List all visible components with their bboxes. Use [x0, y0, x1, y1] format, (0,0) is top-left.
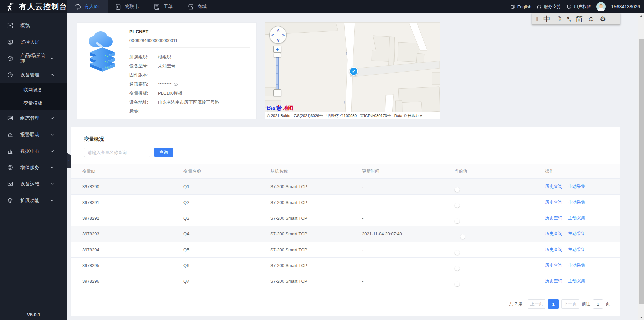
topbar-item-label: 用户权限 [574, 4, 591, 10]
map-pan-control[interactable]: ∧ ∨ < > [269, 26, 287, 44]
active-collect-link[interactable]: 主动采集 [568, 231, 585, 237]
globe-icon [510, 4, 515, 9]
cell-updated-time: - [362, 184, 454, 189]
ime-punctuation-mode-icon[interactable]: °, [567, 16, 571, 22]
alarm-icon [7, 132, 13, 138]
sidebar-item-ops[interactable]: 设备运维 [0, 176, 67, 192]
pan-left-icon[interactable]: < [271, 33, 274, 38]
sidebar-item-layers[interactable]: 扩展功能 [0, 192, 67, 209]
active-collect-link[interactable]: 主动采集 [568, 215, 585, 221]
page-scrollbar[interactable] [638, 13, 644, 320]
sidebar-menu: 概览监控大屏产品/场景管理设备管理联网设备变量模板组态管理报警联动数据中心增值服… [0, 13, 67, 209]
ime-chinese-mode-icon[interactable]: 中 [543, 15, 550, 22]
cloud-icon [74, 4, 81, 10]
chevron-down-icon [49, 115, 55, 121]
sidebar-subitem[interactable]: 联网设备 [0, 83, 67, 97]
pan-down-icon[interactable]: ∨ [277, 38, 280, 43]
scrollbar-up-arrow-icon[interactable] [638, 13, 644, 19]
column-header: 从机名称 [270, 168, 362, 174]
top-tab-sim[interactable]: 物联卡 [108, 0, 146, 13]
main-content: PLCNET 00092846000000000011 所属组织:根组织设备型号… [67, 13, 638, 320]
cell-slave-name: S7-200 Smart TCP [270, 184, 362, 189]
user-phone-number[interactable]: 15634138026 [611, 4, 640, 9]
column-header: 操作 [545, 168, 610, 174]
top-tabs: 有人IoT物联卡工单商城 [67, 0, 214, 13]
page-number-button[interactable]: 1 [548, 299, 559, 309]
active-collect-link[interactable]: 主动采集 [568, 183, 585, 190]
cell-actions: 历史查询主动采集 [545, 278, 610, 284]
table-row: 3978293Q4S7-200 Smart TCP2021-11-04 20:0… [71, 226, 620, 242]
sidebar-item-pie[interactable]: 设备管理 [0, 67, 67, 83]
cell-variable-id: 3978292 [82, 216, 183, 221]
cell-variable-name: Q1 [183, 184, 270, 189]
sidebar-item-alarm[interactable]: 报警联动 [0, 126, 67, 143]
road-arrow-up: ↑ [345, 51, 348, 56]
topbar-item-globe[interactable]: English [510, 4, 532, 9]
road-arrow-down: ↓ [343, 99, 346, 104]
history-query-link[interactable]: 历史查询 [545, 183, 562, 190]
top-tab-cloud[interactable]: 有人IoT [67, 0, 108, 13]
prev-page-button[interactable]: 上一页 [528, 299, 545, 309]
top-tab-mall[interactable]: 商城 [180, 0, 214, 13]
map-panel[interactable]: ↑ ↓ ∧ ∨ < > + − − ✓ Bai du 地图 © 2021 B [265, 22, 440, 119]
cell-variable-name: Q7 [183, 279, 270, 284]
scrollbar-thumb[interactable] [639, 39, 644, 304]
cell-variable-name: Q5 [183, 247, 270, 252]
chevron-down-icon [49, 148, 55, 154]
device-fields: 所属组织:根组织设备型号:未知型号固件版本:通讯密码:********变量模板:… [129, 52, 250, 116]
cell-variable-name: Q6 [183, 263, 270, 268]
sidebar-item-service[interactable]: 增值服务 [0, 159, 67, 176]
password-visibility-icon[interactable] [173, 82, 178, 87]
map-zoom-handle[interactable]: − [274, 53, 281, 57]
variables-card: 变量概况 查询 变量ID变量名称从机名称更新时间当前值操作3978290Q1S7… [71, 127, 620, 316]
cell-slave-name: S7-200 Smart TCP [270, 200, 362, 205]
sidebar-item-screen[interactable]: 监控大屏 [0, 34, 67, 50]
sidebar-item-overview[interactable]: 概览 [0, 17, 67, 34]
divider [129, 47, 250, 48]
map-zoom-out-button[interactable]: − [273, 89, 281, 96]
cell-variable-name: Q3 [183, 216, 270, 221]
screen-icon [7, 39, 13, 45]
ime-moon-mode-icon[interactable]: ☽ [555, 15, 562, 22]
device-field-value: 山东省济南市历下区茂岭三号路 [158, 99, 219, 105]
sidebar: 概览监控大屏产品/场景管理设备管理联网设备变量模板组态管理报警联动数据中心增值服… [0, 13, 67, 320]
sidebar-subitem[interactable]: 变量模板 [0, 97, 67, 110]
topbar-item-shield[interactable]: 用户权限 [567, 4, 591, 10]
sidebar-item-image[interactable]: 组态管理 [0, 110, 67, 126]
sidebar-item-bars[interactable]: 数据中心 [0, 143, 67, 159]
pan-right-icon[interactable]: > [282, 33, 285, 38]
ime-simplified-chinese-icon[interactable]: 简 [576, 15, 583, 22]
scrollbar-down-arrow-icon[interactable] [638, 315, 644, 320]
ime-emoji-picker-icon[interactable]: ☺ [588, 15, 595, 22]
next-page-button[interactable]: 下一页 [561, 299, 579, 309]
history-query-link[interactable]: 历史查询 [545, 231, 562, 237]
jump-page-input[interactable] [593, 299, 603, 309]
active-collect-link[interactable]: 主动采集 [568, 199, 585, 205]
history-query-link[interactable]: 历史查询 [545, 199, 562, 205]
column-header: 变量名称 [183, 168, 270, 174]
history-query-link[interactable]: 历史查询 [545, 215, 562, 221]
history-query-link[interactable]: 历史查询 [545, 262, 562, 268]
sidebar-item-cube[interactable]: 产品/场景管理 [0, 50, 67, 67]
device-location-marker[interactable]: ✓ [349, 67, 358, 76]
cell-actions: 历史查询主动采集 [545, 199, 610, 205]
active-collect-link[interactable]: 主动采集 [568, 278, 585, 284]
search-button[interactable]: 查询 [154, 148, 173, 157]
history-query-link[interactable]: 历史查询 [545, 247, 562, 253]
active-collect-link[interactable]: 主动采集 [568, 262, 585, 268]
ime-toolbar[interactable]: ‖中☽°,简☺⚙ [532, 13, 620, 25]
map-zoom-track[interactable] [276, 55, 279, 89]
map-zoom-in-button[interactable]: + [273, 46, 281, 53]
ime-settings-icon[interactable]: ⚙ [600, 15, 606, 22]
pan-up-icon[interactable]: ∧ [277, 27, 280, 32]
top-tab-workorder[interactable]: 工单 [146, 0, 180, 13]
app-logo[interactable]: 有人云控制台 [0, 0, 67, 13]
variable-search-input[interactable] [84, 148, 150, 157]
topbar: 有人云控制台 有人IoT物联卡工单商城 English服务支持用户权限15634… [0, 0, 644, 13]
ime-drag-handle[interactable]: ‖ [536, 16, 538, 22]
user-avatar[interactable] [596, 2, 606, 11]
topbar-item-headset[interactable]: 服务支持 [537, 4, 561, 10]
history-query-link[interactable]: 历史查询 [545, 278, 562, 284]
baidu-map-logo[interactable]: Bai du 地图 [267, 104, 293, 111]
active-collect-link[interactable]: 主动采集 [568, 247, 585, 253]
